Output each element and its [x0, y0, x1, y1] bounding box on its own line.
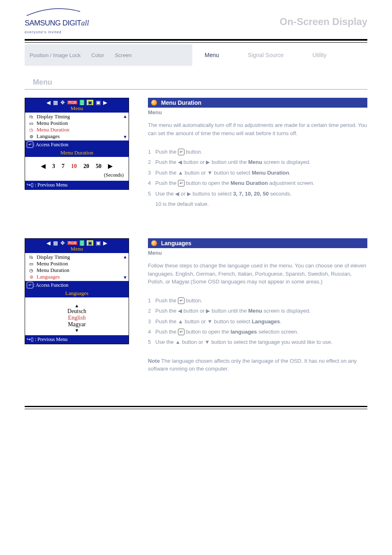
exit-icon: ↪▯: [27, 182, 34, 188]
enter-icon: ↵: [178, 297, 184, 304]
menu-icon: ▣: [87, 100, 93, 105]
triangle-left-icon: ◀: [178, 308, 182, 314]
access-label: : Access Function: [33, 282, 68, 288]
enter-icon: ↵: [27, 141, 33, 148]
section-heading: Menu: [33, 78, 367, 87]
bullet-icon: [151, 100, 157, 106]
scroll-down-icon: ▼: [123, 275, 127, 280]
clock-icon: ◷: [28, 127, 34, 133]
instruction-steps: 1Push the ↵ button. 2Push the ◀ button o…: [148, 147, 367, 209]
osd-item: Languages: [37, 133, 60, 140]
note-label: Note: [148, 358, 160, 364]
feature-description: The menu will automatically turn off if …: [148, 121, 367, 137]
tab-signal-source[interactable]: Signal Source: [248, 52, 284, 58]
clock-icon: ◷: [28, 268, 34, 273]
languages-icon: ⊜: [28, 134, 34, 139]
bullet-icon: [151, 240, 157, 246]
rgb-icon: RGB: [67, 101, 77, 104]
osd-title: Menu: [71, 105, 83, 112]
page-title: On-Screen Display: [280, 16, 367, 28]
triangle-right-icon: ▶: [108, 163, 113, 170]
enter-icon: ↵: [178, 149, 184, 155]
triangle-up-icon: ▲: [175, 339, 180, 345]
tab-utility[interactable]: Utility: [312, 52, 326, 58]
language-option: Deutsch: [67, 308, 86, 315]
logo-suffix: all: [81, 19, 89, 27]
position-icon: ▦: [53, 100, 58, 105]
duration-option: 20: [83, 163, 89, 170]
triangle-up-icon: ▲: [178, 170, 183, 176]
source-icon: ▣: [96, 100, 101, 105]
triangle-down-icon: ▼: [207, 318, 212, 325]
note-text: The language chosen affects only the lan…: [148, 358, 357, 372]
osd-item-selected: Languages: [37, 274, 60, 280]
menu-icon: ▣: [87, 240, 93, 246]
triangle-left-icon: ◀: [175, 191, 179, 197]
languages-icon: ⊜: [28, 274, 34, 280]
position-small-icon: ▭: [28, 121, 34, 126]
scroll-up-icon: ▲: [123, 114, 127, 119]
tab-position[interactable]: Position / Image Lock: [30, 52, 81, 58]
logo-tagline: everyone's invited: [25, 30, 62, 34]
divider: [25, 89, 367, 90]
language-option-selected: English: [68, 315, 86, 321]
feature-title: Languages: [161, 240, 191, 246]
menu-label: Menu: [148, 108, 367, 117]
note-block: Note The language chosen affects only th…: [148, 357, 367, 373]
previous-menu-label: : Previous Menu: [34, 336, 67, 342]
triangle-up-icon: ▲: [178, 318, 183, 325]
screen-icon: ▯: [80, 240, 84, 246]
osd-item: Display Timing: [37, 254, 70, 260]
brand-logo: SAMSUNG DIGITall everyone's invited: [25, 8, 89, 35]
screen-icon: ▯: [80, 100, 84, 105]
enter-icon: ↵: [178, 329, 184, 335]
divider: [25, 39, 367, 41]
access-label: : Access Function: [33, 142, 68, 147]
osd-item: Menu Position: [37, 260, 68, 267]
position-icon: ▦: [53, 240, 58, 246]
enter-icon: ↵: [27, 282, 33, 288]
triangle-left-icon: ◀: [178, 159, 182, 165]
osd-item: Display Timing: [37, 113, 70, 120]
tab-screen[interactable]: Screen: [115, 52, 131, 58]
source-icon: ▣: [96, 240, 101, 246]
triangle-right-icon: ▶: [103, 240, 107, 246]
osd-title: Menu: [71, 246, 83, 252]
triangle-right-icon: ▶: [206, 159, 210, 165]
duration-option: 3: [52, 163, 55, 170]
rgb-icon: RGB: [67, 241, 77, 245]
triangle-left-icon: ◀: [41, 163, 46, 170]
hz-icon: ㎐: [28, 114, 34, 120]
duration-option: 50: [96, 163, 101, 170]
seconds-label: (Seconds): [28, 172, 126, 178]
osd-item-selected: Menu Duration: [37, 127, 69, 133]
divider: [25, 42, 367, 43]
logo-swoosh-icon: [25, 8, 82, 17]
feature-description: Follow these steps to change the languag…: [148, 262, 367, 286]
tab-bar: Position / Image Lock Color Screen Menu …: [25, 44, 367, 66]
osd-panel: ◀ ▦ ✥ RGB ▯ ▣ ▣ ▶ Menu ▲ ㎐Display Timing…: [25, 238, 129, 344]
duration-option-selected: 10: [71, 163, 77, 170]
osd-panel: ◀ ▦ ✥ RGB ▯ ▣ ▣ ▶ Menu ▲ ㎐Display Timing…: [25, 98, 129, 190]
triangle-down-icon: ▼: [207, 170, 212, 176]
previous-menu-label: : Previous Menu: [34, 182, 67, 188]
tab-color[interactable]: Color: [91, 52, 104, 58]
divider: [25, 409, 367, 409]
triangle-down-icon: ▼: [205, 339, 210, 345]
triangle-down-icon: ▼: [75, 328, 79, 333]
scroll-down-icon: ▼: [123, 134, 127, 139]
logo-text: SAMSUNG DIGIT: [25, 19, 81, 27]
triangle-up-icon: ▲: [75, 303, 79, 308]
hz-icon: ㎐: [28, 254, 34, 260]
target-icon: ✥: [60, 100, 65, 105]
tab-menu[interactable]: Menu: [205, 52, 219, 58]
osd-item: Menu Position: [37, 120, 68, 127]
triangle-left-icon: ◀: [46, 100, 51, 105]
osd-subtitle: Menu Duration: [25, 149, 129, 157]
menu-label: Menu: [148, 248, 367, 258]
target-icon: ✥: [60, 240, 65, 246]
triangle-right-icon: ▶: [206, 308, 210, 314]
osd-item: Menu Duration: [37, 267, 69, 274]
triangle-right-icon: ▶: [103, 100, 107, 105]
divider: [25, 406, 367, 407]
